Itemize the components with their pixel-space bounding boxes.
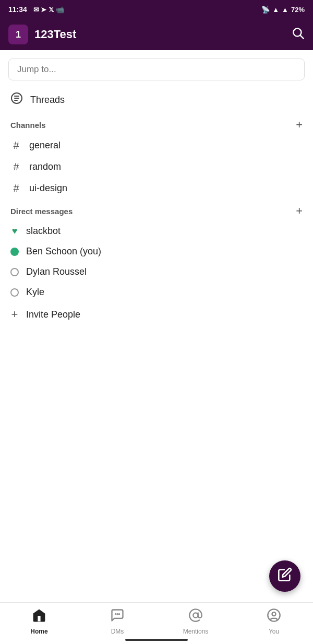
compose-icon [278,567,292,585]
home-indicator [125,639,188,641]
search-button[interactable] [291,26,305,43]
you-label: You [269,628,279,635]
dm-name: slackbot [26,226,61,237]
hash-icon: # [10,182,22,194]
channels-list: # general # random # ui-design [0,135,313,199]
nav-item-you[interactable]: You [235,608,313,635]
dm-add-button[interactable]: + [296,205,303,217]
dm-name: Kyle [26,287,44,298]
workspace-name: 123Test [34,28,291,41]
channel-item-random[interactable]: # random [0,156,313,178]
dm-item-kyle[interactable]: Kyle [0,282,313,302]
dm-item-dylan[interactable]: Dylan Roussel [0,262,313,282]
search-icon [291,26,305,40]
hash-icon: # [10,139,22,151]
jump-to-container [0,50,313,87]
channel-item-general[interactable]: # general [0,135,313,156]
signal-icon: ▲ [272,6,279,14]
channels-section-title: Channels [10,121,46,130]
cast-icon: 📡 [261,6,270,14]
offline-status-dot [10,288,19,297]
home-label: Home [30,628,47,635]
channel-item-ui-design[interactable]: # ui-design [0,178,313,199]
dm-section-header: Direct messages + [0,199,313,221]
svg-line-1 [300,36,304,39]
dm-list: ♥ slackbot Ben Schoon (you) Dylan Rousse… [0,221,313,302]
dm-section-title: Direct messages [10,207,73,216]
home-icon [32,608,46,626]
bottom-nav: Home DMs Mentions [0,602,313,644]
mentions-icon [188,608,203,626]
dm-name: Ben Schoon (you) [26,246,101,257]
invite-people-item[interactable]: + Invite People [0,302,313,326]
status-right-icons: 📡 ▲ ▲ 72% [261,6,305,14]
hash-icon: # [10,161,22,173]
nav-item-mentions[interactable]: Mentions [156,608,235,635]
top-bar: 1 123Test [0,19,313,50]
slackbot-heart-icon: ♥ [10,227,19,236]
notification-icons: ✉ ➤ 𝕏 📹 [33,6,64,14]
dms-icon [110,608,125,626]
dm-name: Dylan Roussel [26,266,87,277]
you-icon [267,608,281,626]
compose-fab[interactable] [269,560,300,592]
offline-status-dot [10,268,19,276]
threads-icon [10,92,23,108]
channel-name: ui-design [29,183,67,194]
online-status-dot [10,248,19,256]
nav-item-home[interactable]: Home [0,608,78,635]
channels-section-header: Channels + [0,113,313,135]
status-time: 11:34 ✉ ➤ 𝕏 📹 [8,5,64,14]
plus-icon: + [10,308,19,321]
dm-item-slackbot[interactable]: ♥ slackbot [0,221,313,241]
svg-point-6 [193,613,198,617]
jump-to-input[interactable] [8,58,305,80]
svg-point-8 [272,612,276,616]
channel-name: random [29,161,61,172]
channels-add-button[interactable]: + [296,119,303,131]
wifi-icon: ▲ [282,6,288,14]
battery-icon: 72% [291,6,305,14]
status-bar: 11:34 ✉ ➤ 𝕏 📹 📡 ▲ ▲ 72% [0,0,313,19]
dm-item-ben[interactable]: Ben Schoon (you) [0,241,313,262]
workspace-badge[interactable]: 1 [8,25,28,44]
threads-row[interactable]: Threads [0,87,313,113]
main-content: Threads Channels + # general # random # … [0,50,313,602]
nav-item-dms[interactable]: DMs [78,608,156,635]
dms-label: DMs [111,628,124,635]
invite-label: Invite People [26,309,80,320]
svg-point-3 [115,614,116,614]
threads-label: Threads [30,95,65,106]
svg-point-5 [119,614,119,614]
channel-name: general [29,140,61,151]
svg-point-4 [117,614,117,614]
mentions-label: Mentions [183,628,209,635]
